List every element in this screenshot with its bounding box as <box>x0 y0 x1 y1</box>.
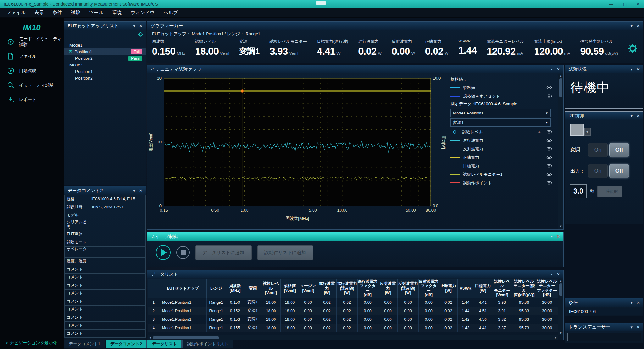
close-icon[interactable]: ✕ <box>636 67 640 71</box>
menu-item-ヘルプ[interactable]: ヘルプ <box>159 10 182 16</box>
comment-row-value[interactable] <box>89 257 146 265</box>
indicator-color-swatch[interactable] <box>570 124 584 136</box>
output-off-button[interactable]: Off <box>609 164 629 178</box>
chevron-down-icon[interactable]: ▾ <box>631 325 633 329</box>
eut-settings-gear-icon[interactable] <box>138 32 143 38</box>
scroll-down-icon[interactable]: ▼ <box>559 225 562 228</box>
comment-row-value[interactable] <box>89 289 146 297</box>
comment-row-value[interactable] <box>89 230 146 238</box>
menu-item-試験[interactable]: 試験 <box>66 10 85 16</box>
visibility-eye-icon[interactable] <box>546 147 552 151</box>
eut-position-item[interactable]: Position1 <box>64 68 146 75</box>
modulation-on-button[interactable]: On <box>588 143 608 157</box>
comment-row-value[interactable] <box>89 219 146 230</box>
comment-row-value[interactable] <box>89 246 146 257</box>
menu-item-ウィンドウ[interactable]: ウィンドウ <box>126 10 159 16</box>
data-list-tab[interactable]: 誤動作ポイントリスト <box>182 340 233 348</box>
comment-row-value[interactable] <box>89 281 146 290</box>
close-icon[interactable]: ✕ <box>636 301 640 305</box>
menu-item-条件[interactable]: 条件 <box>48 10 66 16</box>
eut-position-item[interactable]: Position2Pass <box>64 55 146 62</box>
chevron-down-icon[interactable]: ▾ <box>631 67 633 71</box>
close-icon[interactable]: ✕ <box>557 272 560 276</box>
menu-item-ファイル[interactable]: ファイル <box>2 10 30 16</box>
table-row[interactable]: 2Mode1.Position1Range10.152変調118.0018.00… <box>148 307 558 315</box>
sweep-stop-button[interactable] <box>176 246 190 259</box>
chevron-down-icon[interactable]: ▾ <box>133 24 136 28</box>
chevron-down-icon[interactable]: ▾ <box>631 301 633 305</box>
add-to-datalist-button[interactable]: データリストに追加 <box>195 245 252 260</box>
chevron-down-icon[interactable]: ▾ <box>551 67 553 71</box>
close-icon[interactable]: ✕ <box>139 189 142 193</box>
graph-vertical-scrollbar[interactable]: ▲ ▼ <box>558 74 563 229</box>
close-icon[interactable]: ✕ <box>636 114 640 118</box>
sidebar-item-auto-test[interactable]: 自動試験 <box>0 64 64 78</box>
scroll-up-icon[interactable]: ▲ <box>559 75 562 78</box>
visibility-eye-icon[interactable] <box>546 86 552 89</box>
eut-position-item[interactable]: Position2 <box>64 75 146 81</box>
comment-row-value[interactable]: July 5, 2024 17:57 <box>89 203 146 211</box>
data-list-tab[interactable]: データリスト <box>147 340 182 348</box>
chevron-down-icon[interactable]: ▾ <box>551 235 553 239</box>
close-icon[interactable]: ✕ <box>557 67 560 71</box>
visibility-eye-icon[interactable] <box>546 94 552 98</box>
marker-settings-gear-icon[interactable] <box>628 44 637 54</box>
menu-item-ツール[interactable]: ツール <box>85 10 108 16</box>
add-to-malfunction-list-button[interactable]: 誤動作リストに追加 <box>257 245 313 260</box>
chevron-down-icon[interactable]: ▾ <box>631 24 633 28</box>
visibility-eye-icon[interactable] <box>546 181 552 185</box>
comment-row-value[interactable] <box>89 330 146 338</box>
datalist-vertical-scrollbar[interactable]: ▲ ▼ <box>558 279 563 335</box>
maximize-button[interactable]: ▢ <box>623 2 627 7</box>
scroll-down-icon[interactable]: ▼ <box>559 331 562 335</box>
scroll-up-icon[interactable]: ▲ <box>559 280 562 283</box>
sidebar-item-file[interactable]: ファイル <box>0 49 64 64</box>
comment-row-value[interactable]: IEC61000-4-6 Ed.4, Ed.5 <box>89 195 146 203</box>
chevron-down-icon[interactable]: ▾ <box>133 189 136 193</box>
sweep-start-button[interactable] <box>156 245 171 260</box>
output-on-button[interactable]: On <box>588 164 608 178</box>
comment-row-value[interactable] <box>89 265 146 274</box>
eut-position-item[interactable]: Position1Fail <box>64 48 146 55</box>
burst-time-input[interactable]: 3.0 <box>570 184 587 198</box>
comment-row-value[interactable] <box>89 297 146 306</box>
close-icon[interactable]: ✕ <box>557 235 560 239</box>
add-icon[interactable]: + <box>538 129 541 135</box>
close-icon[interactable]: ✕ <box>636 24 640 28</box>
comment-row-value[interactable] <box>89 313 146 322</box>
close-button[interactable]: ✕ <box>636 2 640 7</box>
visibility-eye-icon[interactable] <box>546 173 552 176</box>
close-icon[interactable]: ✕ <box>636 325 640 329</box>
menu-item-表示[interactable]: 表示 <box>30 10 48 16</box>
chevron-down-icon[interactable]: ▾ <box>551 272 553 276</box>
minimize-button[interactable]: — <box>609 2 613 7</box>
visibility-eye-icon[interactable] <box>546 164 552 168</box>
visibility-eye-icon[interactable] <box>546 139 552 142</box>
modulation-off-button[interactable]: Off <box>609 143 629 157</box>
modulation-select[interactable]: 変調1▾ <box>450 118 551 127</box>
comment-row-value[interactable] <box>89 305 146 313</box>
data-comment-tab[interactable]: データコメント1 <box>64 340 105 348</box>
datalist-horizontal-scrollbar[interactable]: ◄ ► <box>148 335 558 340</box>
menu-item-環境[interactable]: 環境 <box>108 10 126 16</box>
visibility-eye-icon[interactable] <box>546 156 552 159</box>
visibility-eye-icon[interactable] <box>546 130 552 134</box>
table-row[interactable]: 4Mode1.Position1Range10.155変調118.0018.00… <box>148 324 558 332</box>
table-row[interactable]: 3Mode1.Position1Range10.153変調118.0018.00… <box>148 315 558 324</box>
data-comment-tab[interactable]: データコメント2 <box>106 340 147 348</box>
burst-button[interactable]: 一時照射 <box>597 186 622 197</box>
sidebar-item-report[interactable]: レポート <box>0 92 64 107</box>
sidebar-item-mode[interactable]: モード : イミュニティ試験 <box>0 35 64 49</box>
chevron-down-icon[interactable]: ▾ <box>631 114 633 118</box>
setup-select[interactable]: Mode1.Position1▾ <box>450 109 551 117</box>
close-icon[interactable]: ✕ <box>139 24 142 28</box>
comment-row-value[interactable] <box>89 321 146 330</box>
scroll-right-icon[interactable]: ► <box>554 336 557 339</box>
condition-select[interactable]: IEC61000-4-6 <box>567 308 641 315</box>
comment-row-value[interactable] <box>89 238 146 247</box>
comment-row-value[interactable] <box>89 211 146 219</box>
scroll-left-icon[interactable]: ◄ <box>149 336 152 339</box>
swatch-dropdown-button[interactable]: ▼ <box>584 128 591 136</box>
comment-row-value[interactable] <box>89 273 146 281</box>
nav-collapse-link[interactable]: ＜ ナビゲーションを最小化 <box>4 340 57 346</box>
